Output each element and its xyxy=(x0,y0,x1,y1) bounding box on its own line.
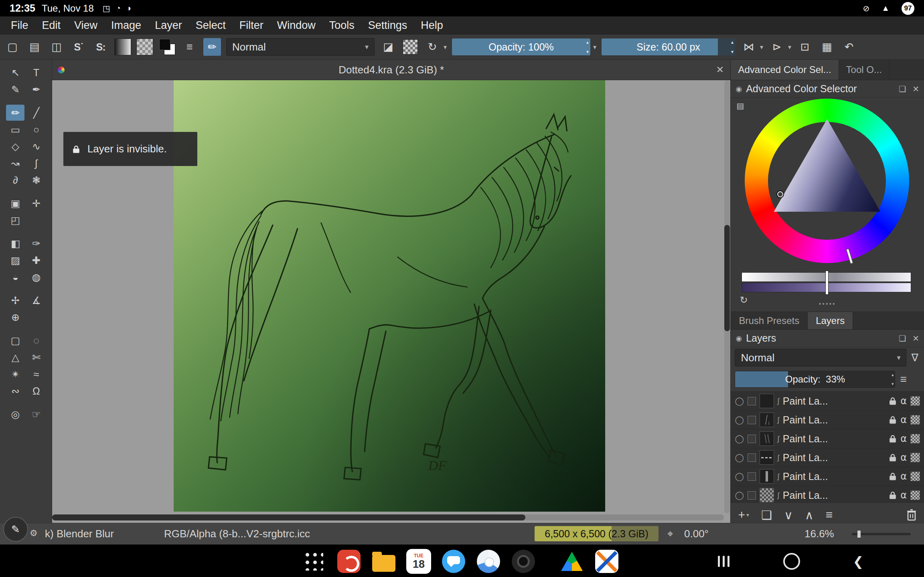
menu-item[interactable]: Select xyxy=(189,16,233,34)
tool-line[interactable]: ╱ xyxy=(27,105,45,121)
visibility-icon[interactable]: ◯ xyxy=(735,453,744,462)
xppen-app-icon[interactable] xyxy=(594,549,619,574)
tool-multibrush[interactable]: ❃ xyxy=(27,172,45,188)
pen-mode-button[interactable]: ✎ xyxy=(3,517,28,542)
document-tab[interactable]: Dotted4.kra (2.3 GiB) * xyxy=(52,64,731,76)
nav-home-button[interactable] xyxy=(776,545,808,577)
undo-button[interactable]: ↶ xyxy=(841,38,857,56)
zoom-level-value[interactable]: 16.6% xyxy=(804,528,834,540)
tool-dynamic-brush[interactable]: ∂ xyxy=(6,172,24,188)
visibility-icon[interactable]: ◯ xyxy=(735,396,744,406)
reload-preset-button[interactable]: ↻ xyxy=(424,38,441,56)
tab-advanced-color-selector[interactable]: Advanced Color Sel... xyxy=(731,60,839,80)
tool-polygon[interactable]: ◇ xyxy=(6,138,24,154)
camera-app-icon[interactable] xyxy=(511,549,536,574)
menu-item[interactable]: Help xyxy=(414,16,450,34)
tool-polygon-select[interactable]: △ xyxy=(6,349,24,365)
tool-text[interactable]: T xyxy=(27,65,45,81)
tool-freehand-brush[interactable]: ✏ xyxy=(6,105,24,121)
menu-item[interactable]: Tools xyxy=(322,16,361,34)
layer-properties-button[interactable]: ≡ xyxy=(826,508,833,522)
layer-checkbox[interactable] xyxy=(748,454,756,462)
visibility-icon[interactable]: ◯ xyxy=(735,434,744,443)
move-layer-down-button[interactable]: ∨ xyxy=(784,508,793,522)
alpha-inherit-icon[interactable]: α xyxy=(900,471,907,482)
canvas-area[interactable]: DF Layer is invisible. xyxy=(52,80,731,523)
layer-checkbox[interactable] xyxy=(748,397,756,405)
tool-pattern-edit[interactable]: ▨ xyxy=(6,252,24,268)
zoom-slider[interactable] xyxy=(852,533,911,535)
alpha-lock-checker-icon[interactable] xyxy=(910,472,920,481)
zoom-slider-thumb[interactable] xyxy=(857,530,861,538)
tool-zoom[interactable]: ◎ xyxy=(6,406,24,422)
alpha-lock-checker-icon[interactable] xyxy=(910,490,920,500)
browser-app-icon[interactable] xyxy=(476,549,501,574)
layer-checkbox[interactable] xyxy=(748,416,756,424)
lock-icon[interactable] xyxy=(889,453,897,462)
alpha-lock-checker-icon[interactable] xyxy=(910,453,920,462)
visibility-icon[interactable]: ◯ xyxy=(735,415,744,425)
new-document-button[interactable]: ▢ xyxy=(4,38,21,56)
tool-assistants[interactable]: ✢ xyxy=(6,292,24,308)
red-app-icon[interactable] xyxy=(336,549,361,574)
tool-freehand-path[interactable]: ∫ xyxy=(27,155,45,171)
tool-crop[interactable]: ◰ xyxy=(6,212,24,228)
tool-smart-patch[interactable]: ✚ xyxy=(27,252,45,268)
scrollbar-thumb[interactable] xyxy=(52,514,525,520)
tool-ellipse[interactable]: ○ xyxy=(27,121,45,138)
alpha-inherit-icon[interactable]: α xyxy=(900,452,907,463)
menu-item[interactable]: Image xyxy=(104,16,148,34)
mirror-horizontal-button[interactable]: ⋈ xyxy=(740,38,757,56)
filter-layers-icon[interactable]: ∇ xyxy=(911,352,918,364)
layer-checkbox[interactable] xyxy=(748,472,756,481)
menu-item[interactable]: Layer xyxy=(148,16,189,34)
menu-item[interactable]: View xyxy=(67,16,104,34)
alpha-inherit-icon[interactable]: α xyxy=(900,433,907,444)
tool-pan[interactable]: ☞ xyxy=(27,406,45,422)
grid-button[interactable]: ▦ xyxy=(819,38,835,56)
tool-bezier-select[interactable]: ∾ xyxy=(6,383,24,399)
nav-recents-button[interactable] xyxy=(707,545,740,577)
menu-item[interactable]: Settings xyxy=(361,16,414,34)
layer-row[interactable]: ◯ ʃ Paint La... α xyxy=(731,448,924,467)
pattern-chooser[interactable] xyxy=(136,38,153,55)
memory-usage-indicator[interactable]: 6,500 x 6,500 (2.3 GiB) xyxy=(535,526,659,541)
tab-layers[interactable]: Layers xyxy=(808,312,853,329)
layer-row[interactable]: ◯ ʃ Paint La... α xyxy=(731,392,924,411)
alpha-lock-checker-icon[interactable] xyxy=(910,434,920,443)
close-icon[interactable]: ✕ xyxy=(716,64,724,75)
menu-item[interactable]: Window xyxy=(270,16,322,34)
canvas-angle-value[interactable]: 0.00° xyxy=(684,528,709,540)
preserve-alpha-button[interactable] xyxy=(402,38,419,56)
tab-tool-options[interactable]: Tool O... xyxy=(839,60,890,80)
tool-fill[interactable]: ◒ xyxy=(6,269,24,285)
wrap-around-button[interactable]: ⊡ xyxy=(796,38,813,56)
menu-item[interactable]: Filter xyxy=(233,16,270,34)
shade-selector-button[interactable]: ▤ xyxy=(736,101,744,111)
tool-gradient[interactable]: ◧ xyxy=(6,235,24,251)
blending-mode-dropdown[interactable]: Normal ▾ xyxy=(226,38,375,56)
layer-opacity-slider[interactable]: Opacity: 33% ▴▾ xyxy=(735,371,895,388)
tool-ellipse-select[interactable]: ◌ xyxy=(27,332,45,348)
lock-icon[interactable] xyxy=(889,472,897,481)
vertical-scrollbar[interactable] xyxy=(724,80,730,513)
delete-layer-button[interactable] xyxy=(906,509,917,521)
brush-preset-history-button[interactable]: S: xyxy=(92,38,109,56)
opacity-slider[interactable]: Opacity: 100% ▴▾ xyxy=(452,38,590,55)
scrollbar-thumb[interactable] xyxy=(724,225,730,331)
close-icon[interactable]: ✕ xyxy=(912,84,919,94)
gear-icon[interactable]: ⚙ xyxy=(30,528,38,539)
alpha-lock-checker-icon[interactable] xyxy=(910,415,920,425)
horizontal-scrollbar[interactable] xyxy=(52,514,724,520)
duplicate-layer-button[interactable]: ❏ xyxy=(761,508,772,522)
tool-enclose-fill[interactable]: ◍ xyxy=(27,269,45,285)
lock-icon[interactable] xyxy=(889,415,897,424)
fg-bg-color-selector[interactable] xyxy=(158,38,176,56)
brush-settings-button[interactable]: ≡ xyxy=(181,38,198,56)
brush-size-slider[interactable]: Size: 60.00 px ▴▾ xyxy=(602,38,735,55)
tool-bezier-curve[interactable]: ↝ xyxy=(6,155,24,171)
visibility-icon[interactable]: ◯ xyxy=(735,490,744,500)
files-app-icon[interactable] xyxy=(371,549,396,574)
nav-back-button[interactable]: ❮ xyxy=(842,545,874,577)
tool-rect-select[interactable]: ▢ xyxy=(6,332,24,348)
